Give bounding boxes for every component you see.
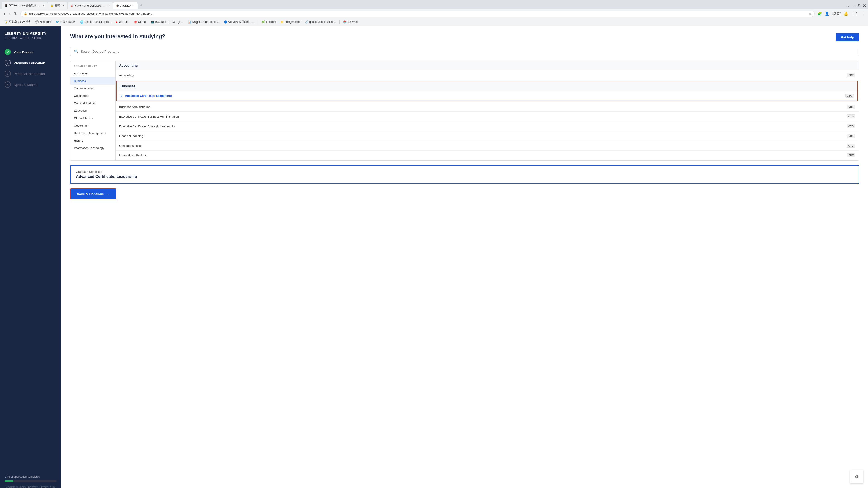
tab-close-fakename[interactable]: ✕ (108, 4, 110, 7)
area-item-government[interactable]: Government (70, 122, 115, 129)
search-container: 🔍 (70, 47, 859, 56)
tab-sms[interactable]: 📱 SMS-Activate是在线接受短信⬤ ✕ (2, 2, 47, 9)
tab-password[interactable]: 🔒 密码 ✕ (48, 2, 67, 9)
tab-applylu[interactable]: 🎓 ApplyLU ✕ (113, 2, 138, 9)
area-item-communication[interactable]: Communication (70, 85, 115, 92)
bookmark-kaggle[interactable]: 📊 Kaggle: Your Home f... (186, 20, 221, 24)
bookmark-others-label: 其他书签 (347, 20, 358, 24)
tab-title-sms: SMS-Activate是在线接受短信⬤ (9, 4, 40, 7)
save-continue-button[interactable]: Save & Continue → (70, 189, 116, 199)
profile-icon[interactable]: 👤 (824, 11, 830, 17)
program-name-accounting: Accounting (119, 73, 133, 77)
get-help-button[interactable]: Get Help (836, 33, 859, 41)
restore-icon[interactable]: ⧉ (858, 3, 861, 8)
save-continue-label: Save & Continue (77, 192, 104, 196)
copyright-text: Copyright © Liberty University · Privacy… (4, 486, 57, 488)
bookmark-github-icon: 🐙 (134, 20, 137, 24)
tab-overflow-icon[interactable]: ⌄ (847, 3, 850, 8)
program-item-advanced-cert-leadership[interactable]: ✓ Advanced Certificate: Leadership CTG (117, 91, 857, 101)
program-item-exec-cert-strategic[interactable]: Executive Certificate: Strategic Leaders… (116, 121, 859, 131)
recaptcha-icon: ♻ (855, 474, 859, 480)
area-item-accounting[interactable]: Accounting (70, 70, 115, 77)
sidebar: LIBERTY UNIVERSITY OFFICIAL APPLICATION … (0, 26, 61, 488)
address-bar[interactable]: 🔒 https://apply.liberty.edu/?acode=C2722… (20, 11, 815, 17)
program-item-general-business[interactable]: General Business CTG (116, 141, 859, 151)
back-button[interactable]: ‹ (3, 11, 6, 17)
area-item-information-technology[interactable]: Information Technology (70, 144, 115, 152)
tab-favicon-password: 🔒 (50, 4, 53, 7)
reload-button[interactable]: ↻ (13, 11, 18, 17)
program-item-exec-cert-business[interactable]: Executive Certificate: Business Administ… (116, 112, 859, 121)
tab-close-sms[interactable]: ✕ (42, 4, 44, 7)
program-name-financial-planning: Financial Planning (119, 134, 143, 138)
bookmark-youtube[interactable]: ▶ YouTube (114, 20, 131, 24)
program-item-business-admin[interactable]: Business Administration CRT (116, 102, 859, 112)
tab-fakename[interactable]: 🏭 Fake Name Generator | Faux| ✕ (68, 2, 113, 9)
area-item-education[interactable]: Education (70, 107, 115, 115)
bookmark-deepl[interactable]: 🌐 DeepL Translate: Th... (78, 20, 113, 24)
area-item-healthcare-management[interactable]: Healthcare Management (70, 129, 115, 137)
program-badge-financial-planning: CRT (847, 134, 855, 138)
minimize-icon[interactable]: — (852, 3, 856, 8)
area-item-global-studies[interactable]: Global Studies (70, 115, 115, 122)
bookmark-twitter-icon: 🐦 (56, 20, 59, 24)
selected-program-box: Graduate Certificate Advanced Certificat… (70, 165, 859, 184)
tab-title-password: 密码 (55, 4, 60, 7)
tab-title-fakename: Fake Name Generator | Faux| (75, 4, 106, 7)
search-box[interactable]: 🔍 (70, 47, 859, 56)
extensions-icon[interactable]: 🧩 (817, 11, 823, 17)
area-item-history[interactable]: History (70, 137, 115, 144)
lock-icon: 🔒 (24, 12, 27, 16)
sidebar-step-4-agree-submit[interactable]: 4 Agree & Submit (4, 79, 57, 90)
sidebar-footer: 17% of application completed Copyright ©… (4, 475, 57, 488)
bookmark-others[interactable]: 📚 其他书签 (341, 19, 360, 24)
program-item-financial-planning[interactable]: Financial Planning CRT (116, 131, 859, 141)
bookmark-chrome-store[interactable]: 🔵 Chrome 应用商店 - ... (222, 19, 256, 24)
notifications-icon[interactable]: 🔔 (843, 11, 849, 17)
bookmark-shnu[interactable]: 🔗 gr.shnu.edu.cn/ksxt/... (303, 20, 338, 24)
tab-close-password[interactable]: ✕ (62, 4, 64, 7)
program-item-accounting[interactable]: Accounting CRT (116, 70, 859, 80)
bookmark-shnu-icon: 🔗 (305, 20, 309, 24)
bookmark-freedom-label: freedom (266, 20, 276, 24)
search-input[interactable] (81, 50, 855, 53)
progress-bar-fill (4, 480, 13, 482)
bookmark-ncm-label: ncm_transfer (285, 20, 301, 24)
tab-bar: 📱 SMS-Activate是在线接受短信⬤ ✕ 🔒 密码 ✕ 🏭 Fake N… (0, 0, 868, 9)
sidebar-step-3-personal-info[interactable]: 3 Personal Information (4, 68, 57, 79)
area-item-criminal-justice[interactable]: Criminal Justice (70, 99, 115, 107)
more-icon[interactable]: ⋮ (860, 11, 865, 17)
forward-button[interactable]: › (8, 11, 11, 17)
bookmark-csdn[interactable]: 📝 写文章-CSDN博客 (3, 19, 33, 24)
close-window-icon[interactable]: ✕ (863, 3, 866, 8)
selected-program-label: Graduate Certificate (76, 170, 853, 174)
bookmark-twitter[interactable]: 🐦 主页 / Twitter (54, 19, 77, 24)
bookmark-ncm[interactable]: 📁 ncm_transfer (278, 20, 302, 24)
recaptcha-widget[interactable]: ♻ (850, 470, 864, 484)
content-header: What are you interested in studying? Get… (70, 33, 859, 41)
step-label-4: Agree & Submit (13, 83, 37, 87)
tab-close-applylu[interactable]: ✕ (133, 4, 135, 7)
save-btn-container: Save & Continue → (70, 188, 859, 200)
address-bar-row: ‹ › ↻ 🔒 https://apply.liberty.edu/?acode… (0, 9, 868, 18)
bookmark-twitter-label: 主页 / Twitter (60, 20, 75, 24)
sidebar-step-1-your-degree[interactable]: ✓ Your Degree (4, 47, 57, 57)
new-tab-button[interactable]: + (138, 2, 144, 9)
apps-icon[interactable]: ⋮⋮ (850, 11, 859, 17)
program-badge-general-business: CTG (847, 144, 855, 148)
section-header-business: Business (117, 82, 857, 91)
area-item-counseling[interactable]: Counseling (70, 92, 115, 99)
area-item-business[interactable]: Business (70, 77, 115, 85)
program-badge-exec-cert-strategic: CTG (847, 124, 855, 128)
bookmark-freedom-icon: 🌿 (261, 20, 265, 24)
bookmark-bilibili[interactable]: 📺 哔哩哔哩（・`ω`・)ง ... (149, 19, 185, 25)
sidebar-step-2-previous-education[interactable]: 2 Previous Education (4, 57, 57, 68)
bookmark-newchat[interactable]: 💬 New chat (34, 20, 53, 24)
bookmark-deepl-label: DeepL Translate: Th... (84, 20, 111, 24)
bookmark-chrome-store-label: Chrome 应用商店 - ... (228, 20, 254, 24)
bookmark-freedom[interactable]: 🌿 freedom (260, 20, 278, 24)
bookmark-deepl-icon: 🌐 (80, 20, 84, 24)
bookmark-star-icon[interactable]: ☆ (809, 12, 811, 16)
bookmark-github[interactable]: 🐙 GitHub (132, 20, 148, 24)
program-item-international-business[interactable]: International Business CRT (116, 151, 859, 160)
